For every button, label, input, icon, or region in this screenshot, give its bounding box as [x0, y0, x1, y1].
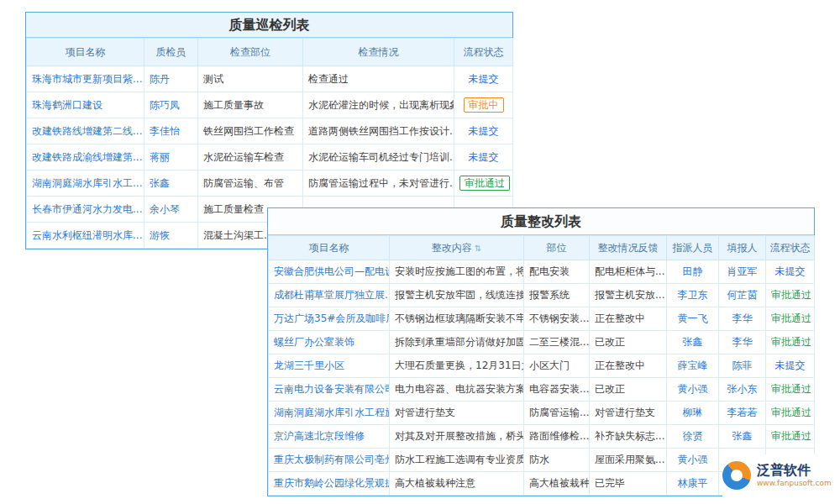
rectify-content: 高大植被栽种注意 — [395, 477, 475, 489]
filler-link[interactable]: 李华 — [732, 336, 753, 348]
project-name-link[interactable]: 珠海鹤洲口建设 — [32, 99, 102, 111]
rectify-part-cell: 二至三楼混... — [524, 331, 590, 354]
project-name-link[interactable]: 万达广场35#会所及咖啡厅空... — [274, 312, 390, 324]
filler-link[interactable]: 李若若 — [727, 407, 758, 418]
filler-link[interactable]: 李华 — [732, 312, 753, 324]
project-name-link[interactable]: 螺丝厂办公室装饰 — [274, 336, 354, 348]
project-name-link[interactable]: 安徽合肥供电公司—配电设备... — [274, 265, 390, 277]
status-text-cell: 审批通过 — [766, 307, 815, 331]
project-name-link-cell: 改建铁路线增建第二线... — [27, 118, 144, 144]
rectify-content: 拆除到承重墙部分请做好加固... — [395, 336, 524, 348]
assignee-link[interactable]: 柳琳 — [683, 407, 703, 418]
table-row: 珠海鹤洲口建设陈巧凤施工质量事故水泥砼灌注的时候，出现离析现象审批中 — [27, 92, 513, 118]
inspector-link[interactable]: 蒋丽 — [150, 151, 170, 163]
rectify-part: 不锈钢安装... — [529, 312, 589, 324]
assignee-link[interactable]: 徐贤 — [683, 430, 703, 442]
rectify-content-cell: 报警主机安放牢固，线缆连接... — [390, 284, 524, 307]
fanpu-logo: 泛普软件 www.fanpusoft.com — [722, 454, 835, 496]
assignee-link-cell: 李卫东 — [667, 284, 719, 307]
table-row: 螺丝厂办公室装饰拆除到承重墙部分请做好加固...二至三楼混...已改正张鑫李华审… — [269, 331, 815, 354]
project-name-link[interactable]: 珠海市城市更新项目紫... — [32, 73, 142, 85]
inspection-part-cell: 铁丝网围挡工作检查 — [198, 118, 303, 144]
filler-link-cell: 陈菲 — [719, 354, 766, 378]
filler-link[interactable]: 肖亚军 — [727, 265, 758, 277]
project-name-link[interactable]: 改建铁路成渝线增建第... — [32, 151, 142, 163]
inspection-part-cell: 测试 — [198, 66, 303, 92]
column-header-label: 整改内容 — [432, 242, 472, 254]
inspection-result: 水泥砼灌注的时候，出现离析现象 — [308, 99, 454, 111]
rectify-content-cell: 安装时应按施工图的布置，将... — [390, 260, 524, 284]
rectify-part: 防腐管运输... — [529, 407, 589, 418]
rectify-content-cell: 高大植被栽种注意 — [390, 472, 524, 496]
rectify-part-cell: 配电安装 — [524, 260, 590, 284]
assignee-link[interactable]: 林康平 — [678, 477, 708, 489]
inspector-link[interactable]: 游恢 — [150, 229, 170, 241]
rectify-part-cell: 电容器安装... — [524, 378, 590, 402]
assignee-link-cell: 黄一飞 — [667, 307, 719, 331]
status-text: 审批中 — [464, 97, 504, 113]
status-text: 审批通过 — [771, 336, 811, 348]
assignee-link[interactable]: 薛宝峰 — [678, 360, 708, 371]
column-header: 项目名称 — [269, 236, 390, 260]
column-header-label: 填报人 — [727, 242, 758, 254]
filler-link-cell: 何芷茵 — [719, 284, 766, 307]
project-name-link[interactable]: 成都杜甫草堂展厅独立展... — [274, 289, 390, 301]
inspector-link[interactable]: 张鑫 — [150, 177, 170, 189]
inspection-part: 测试 — [203, 73, 223, 85]
status-text-cell: 审批通过 — [766, 378, 815, 402]
rectification-table-title: 质量整改列表 — [268, 208, 814, 235]
project-name-link-cell: 万达广场35#会所及咖啡厅空... — [269, 307, 390, 331]
rectify-part-cell: 防腐管运输... — [524, 402, 590, 425]
assignee-link-cell: 柳琳 — [667, 402, 719, 425]
project-name-link[interactable]: 重庆市鹅岭公园绿化景观提升... — [274, 477, 390, 489]
project-name-link-cell: 京沪高速北京段维修 — [269, 425, 390, 449]
inspector-link[interactable]: 余小琴 — [150, 203, 180, 215]
assignee-link[interactable]: 黄小强 — [678, 383, 708, 395]
status-text-cell: 未提交 — [766, 354, 815, 378]
table-row: 万达广场35#会所及咖啡厅空...不锈钢边框玻璃隔断安装不牢...不锈钢安装..… — [269, 307, 815, 331]
inspection-part: 混凝土沟渠工... — [203, 229, 273, 241]
filler-link[interactable]: 陈菲 — [732, 360, 753, 371]
sort-icon[interactable]: ⇅ — [475, 244, 481, 253]
status-text-cell: 审批通过 — [766, 425, 815, 449]
filler-link[interactable]: 何芷茵 — [727, 289, 758, 301]
project-name-link[interactable]: 京沪高速北京段维修 — [274, 430, 365, 442]
rectify-feedback-cell: 已改正 — [590, 378, 667, 402]
assignee-link[interactable]: 李卫东 — [678, 289, 708, 301]
rectify-content-cell: 对其及对开展整改措施，桥头... — [390, 425, 524, 449]
rectify-feedback-cell: 已改正 — [590, 331, 667, 354]
rectify-feedback-cell: 正在整改中 — [590, 307, 667, 331]
filler-link[interactable]: 张鑫 — [732, 430, 753, 442]
status-text: 未提交 — [775, 360, 806, 371]
project-name-link[interactable]: 云南水利枢纽潜明水库... — [32, 229, 142, 241]
filler-link[interactable]: 张小东 — [727, 383, 758, 395]
project-name-link[interactable]: 湖南洞庭湖水库引水工... — [32, 177, 142, 189]
status-text-cell: 审批通过 — [766, 402, 815, 425]
project-name-link[interactable]: 云南电力设备安装有限公司20... — [274, 383, 390, 395]
rectify-part: 电容器安装... — [529, 383, 589, 395]
column-header[interactable]: 整改内容⇅ — [390, 236, 524, 260]
assignee-link[interactable]: 田静 — [683, 265, 703, 277]
rectify-feedback-cell: 正在整改中 — [590, 354, 667, 378]
inspector-link[interactable]: 李佳怡 — [150, 125, 180, 137]
project-name-link[interactable]: 改建铁路线增建第二线... — [32, 125, 142, 137]
assignee-link[interactable]: 黄一飞 — [678, 312, 708, 324]
rectify-feedback: 已改正 — [595, 383, 625, 395]
project-name-link[interactable]: 长春市伊通河水力发电... — [32, 203, 142, 215]
rectify-feedback-cell: 配电柜柜体与... — [590, 260, 667, 284]
table-row: 湖南洞庭湖水库引水工...张鑫防腐管运输、布管防腐管运输过程中，未对管进行...… — [27, 171, 513, 197]
inspector-link[interactable]: 陈巧凤 — [150, 99, 180, 111]
column-header: 整改情况反馈 — [590, 236, 667, 260]
inspector-link[interactable]: 陈丹 — [150, 73, 170, 85]
assignee-link[interactable]: 黄小强 — [678, 454, 708, 465]
project-name-link[interactable]: 湖南洞庭湖水库引水工程施工... — [274, 407, 390, 418]
column-header: 检查情况 — [303, 39, 454, 66]
rectify-part: 防水 — [529, 454, 549, 465]
rectify-feedback: 报警主机安放... — [595, 289, 664, 301]
project-name-link[interactable]: 龙湖三千里小区 — [274, 360, 344, 371]
assignee-link[interactable]: 张鑫 — [683, 336, 703, 348]
column-header-label: 指派人员 — [673, 242, 713, 254]
filler-link-cell: 张鑫 — [719, 425, 766, 449]
project-name-link[interactable]: 重庆太极制药有限公司亳州中... — [274, 454, 390, 465]
table-row: 云南电力设备安装有限公司20...电力电容器、电抗器安装方案...电容器安装..… — [269, 378, 815, 402]
